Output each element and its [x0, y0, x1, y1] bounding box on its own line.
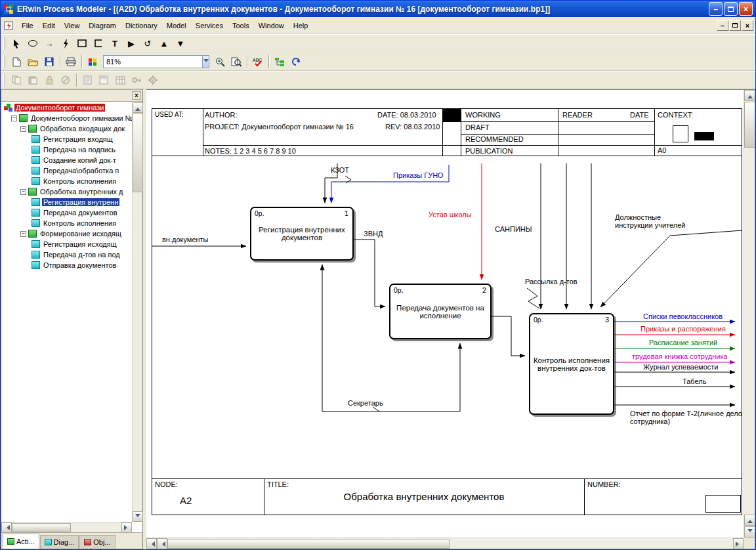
child-close-button[interactable]: × [742, 20, 753, 31]
tree-item[interactable]: Контроль исполнения [1, 218, 132, 228]
tree-item-selected[interactable]: Регистрация внутренн [1, 197, 132, 207]
pointer-tool-button[interactable] [9, 36, 24, 51]
tree-item-internal[interactable]: Обработка внутренних д [1, 186, 132, 197]
tree-item[interactable]: Отправка документов [1, 260, 132, 270]
menu-file[interactable]: File [17, 20, 38, 32]
toolbar-grip[interactable] [3, 74, 5, 87]
tree-horizontal-scrollbar[interactable] [1, 522, 132, 532]
scroll-right-button[interactable] [121, 522, 132, 533]
arrow-label-zvnd[interactable]: ЗВНД [364, 230, 383, 238]
print-button[interactable] [63, 54, 79, 69]
box-tool-button[interactable] [74, 36, 90, 51]
activity-box-3[interactable]: 0р. 3 Контроль исполнения внутренних док… [529, 313, 614, 415]
copy-button[interactable] [9, 73, 24, 87]
zoom-page-button[interactable] [228, 54, 244, 69]
gear-button[interactable] [145, 73, 161, 87]
arrow-label-first-graders-lists[interactable]: Списки певоклассников [643, 312, 723, 320]
arrow-label-job-instructions[interactable]: Должностные инструкции учителей [615, 213, 692, 229]
arrow-label-grade-journal[interactable]: Журнал успеваемости [643, 363, 718, 371]
spell-check-button[interactable]: ABC [250, 54, 266, 69]
tree-item[interactable]: Регистрация входящ [1, 134, 132, 144]
save-button[interactable] [41, 54, 57, 69]
scroll-up-button[interactable] [744, 90, 755, 101]
arrow-label-internal-documents[interactable]: вн.документы [162, 236, 209, 243]
restore-button[interactable] [724, 2, 738, 16]
key-button[interactable] [129, 73, 144, 87]
arrow-label-sanpin[interactable]: САНПИНЫ [495, 225, 532, 233]
squiggle-tool-button[interactable] [58, 36, 74, 51]
scroll-left-button-2[interactable] [157, 538, 167, 549]
menu-services[interactable]: Services [191, 20, 228, 32]
activity-box-2[interactable]: 0р. 2 Передача документов на исполнение [389, 284, 492, 339]
lock-button[interactable] [41, 73, 57, 87]
no-entry-button[interactable] [58, 73, 74, 87]
grid-button[interactable] [112, 73, 128, 87]
ellipse-tool-button[interactable] [25, 36, 41, 51]
open-button[interactable] [25, 54, 41, 69]
tree-item-incoming[interactable]: Обработка входящих док [1, 123, 132, 134]
arrow-label-secretary[interactable]: Секретарь [348, 399, 383, 407]
diagram-dictionary-button[interactable]: ↺ [140, 36, 156, 51]
arrow-label-kzot[interactable]: КЗОТ [331, 166, 349, 174]
go-to-parent-button[interactable]: ▲ [156, 36, 172, 51]
menu-view[interactable]: View [60, 20, 85, 32]
scroll-down-button[interactable] [133, 511, 143, 522]
menu-diagram[interactable]: Diagram [84, 20, 121, 32]
tree-item[interactable]: Передача д-тов на под [1, 249, 132, 260]
tab-diagrams[interactable]: Diag... [40, 535, 79, 549]
zoom-dropdown-button[interactable] [202, 56, 209, 68]
collapse-icon[interactable] [20, 126, 26, 132]
scroll-thumb[interactable] [167, 539, 450, 549]
collapse-icon[interactable] [20, 231, 26, 237]
collapse-icon[interactable] [11, 116, 17, 121]
scroll-thumb[interactable] [133, 114, 143, 192]
tab-activities[interactable]: Acti... [3, 534, 39, 549]
scroll-thumb[interactable] [12, 523, 71, 532]
tree-item-outgoing[interactable]: Формирование исходящ [1, 228, 132, 239]
new-button[interactable] [9, 54, 24, 69]
diagram-canvas[interactable]: USED AT: AUTHOR: DATE: 08.03.2010 PROJEC… [146, 90, 746, 538]
tree-item-model[interactable]: Документооборот гимнази [1, 102, 132, 113]
diagram-vertical-scrollbar[interactable] [744, 90, 755, 538]
arrow-label-guno-orders[interactable]: Приказы ГУНО [393, 171, 444, 179]
arrow-label-orders[interactable]: Приказы и распоряжения [640, 325, 726, 333]
scroll-left-button[interactable] [146, 538, 157, 549]
arrow-label-school-charter[interactable]: Устав школы [429, 211, 472, 219]
scroll-up-button-2[interactable] [744, 515, 755, 526]
toolbar-grip[interactable] [3, 37, 5, 50]
scroll-right-button[interactable] [733, 538, 744, 549]
go-to-child-button[interactable]: ▼ [173, 36, 188, 51]
tree-item[interactable]: Передача документов [1, 207, 132, 218]
tree-item[interactable]: Передача на подпись [1, 144, 132, 155]
scroll-left-button[interactable] [1, 522, 12, 533]
activity-box-1[interactable]: 0р. 1 Регистрация внутренних документов [250, 207, 354, 261]
child-restore-button[interactable] [729, 20, 741, 31]
collapse-icon[interactable] [20, 189, 26, 195]
offpage-ref-tool-button[interactable] [91, 36, 106, 51]
diagram-horizontal-scrollbar[interactable] [146, 538, 744, 549]
menu-window[interactable]: Window [254, 20, 289, 32]
toolbar-grip[interactable] [3, 55, 5, 68]
report-button[interactable] [79, 73, 95, 87]
tree-item[interactable]: Контроль исполнения [1, 176, 132, 186]
external-ref-tool-button[interactable]: ▶ [123, 36, 139, 51]
scroll-down-button[interactable] [744, 526, 755, 538]
scroll-thumb[interactable] [744, 102, 755, 148]
child-minimize-button[interactable]: – [717, 20, 728, 31]
properties-button[interactable] [96, 73, 112, 87]
zoom-input[interactable] [104, 56, 202, 68]
arrow-label-work-record[interactable]: трудовая книжка сотрудника [632, 352, 728, 360]
menu-model[interactable]: Model [162, 20, 191, 32]
arrow-tool-button[interactable]: → [41, 36, 57, 51]
refresh-model-button[interactable] [288, 54, 304, 69]
model-explorer-button[interactable] [272, 54, 287, 69]
scroll-up-button[interactable] [133, 102, 143, 113]
arrow-label-distribution[interactable]: Рассылка д-тов [525, 278, 578, 286]
panel-close-button[interactable]: × [132, 91, 141, 100]
tree-item[interactable]: Передача\обработка п [1, 165, 132, 176]
arrow-label-t2-report[interactable]: Отчет по форме Т-2(личное дело сотрудник… [630, 410, 743, 425]
tree-item[interactable]: Регистрация исходящ [1, 239, 132, 249]
color-settings-button[interactable] [85, 54, 100, 69]
menu-edit[interactable]: Edit [38, 20, 60, 32]
menu-dictionary[interactable]: Dictionary [121, 20, 162, 32]
